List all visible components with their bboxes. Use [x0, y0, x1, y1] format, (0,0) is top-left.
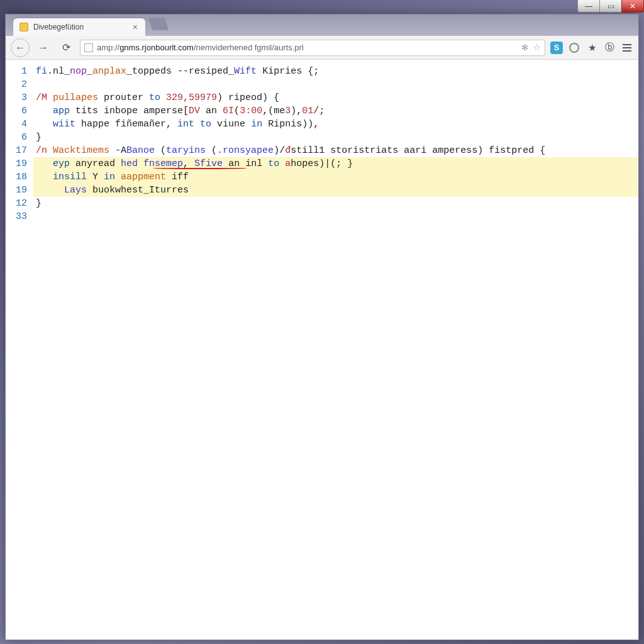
code-line: /M pullapes prouter to 329,59979) ripeod… [36, 91, 636, 104]
line-number: 2 [8, 78, 27, 91]
line-number: 19 [8, 157, 27, 170]
close-window-button[interactable]: ✕ [621, 0, 644, 13]
active-tab[interactable]: Divebegefütion × [13, 18, 145, 36]
page-icon [84, 43, 93, 52]
line-number: 17 [8, 144, 27, 157]
star-solid-icon[interactable]: ★ [586, 42, 598, 54]
line-number: 4 [8, 118, 27, 131]
url-host: gnms.rjonbourlt.com [119, 43, 194, 52]
line-number-gutter: 123646171918191233 [6, 60, 33, 640]
line-number: 19 [8, 184, 27, 197]
line-number: 12 [8, 197, 27, 210]
code-line: } [36, 197, 636, 210]
maximize-button[interactable]: ▭ [599, 0, 622, 13]
code-line: eyp anyread hed fnsemep, Sfive an inl to… [33, 157, 638, 170]
tab-title: Divebegefütion [33, 23, 84, 31]
file-icon [19, 23, 28, 31]
code-line: wiit happe fiñemañer, int to viune in Ri… [36, 118, 636, 131]
address-bar[interactable]: amp://gnms.rjonbourlt.com/nemviderhened … [80, 40, 545, 56]
bookmark-star-icon[interactable]: ☆ [533, 43, 541, 52]
code-viewer: 123646171918191233 fi.nl_nop_anplax_topp… [6, 60, 638, 640]
url-path: /nemviderhened fgmil/aurts.prl [194, 43, 304, 52]
toolbar: ← → ⟳ amp://gnms.rjonbourlt.com/nemvider… [6, 36, 638, 60]
url-scheme: amp:// [97, 43, 119, 52]
line-number: 18 [8, 170, 27, 184]
line-number: 6 [8, 131, 27, 144]
extension-b-icon[interactable]: ⓑ [603, 42, 616, 54]
code-line [36, 210, 636, 223]
code-line [36, 78, 636, 91]
extension-blue-icon[interactable]: S [550, 42, 563, 54]
circle-icon [569, 43, 579, 53]
minimize-button[interactable]: — [577, 0, 600, 13]
error-underline [153, 167, 247, 169]
code-line: insill Y in aappment iff [33, 170, 638, 184]
code-line: Lays buokwhest_Iturres [33, 184, 638, 197]
code-area[interactable]: fi.nl_nop_anplax_toppeds --resiped_Wift … [33, 60, 638, 640]
settings-icon[interactable]: ✻ [521, 43, 528, 52]
new-tab-button[interactable] [148, 18, 169, 30]
forward-button[interactable]: → [35, 39, 52, 57]
code-line: } [36, 131, 636, 144]
reload-button[interactable]: ⟳ [57, 39, 75, 57]
close-tab-button[interactable]: × [131, 22, 139, 32]
code-line: fi.nl_nop_anplax_toppeds --resiped_Wift … [36, 65, 636, 78]
code-line: app tits inbope amperse[DV an 6I(3:00,(m… [36, 104, 636, 118]
extension-circle-icon[interactable] [568, 42, 580, 54]
back-button[interactable]: ← [11, 38, 30, 57]
hamburger-menu-icon[interactable] [621, 42, 633, 54]
tab-strip: Divebegefütion × [6, 14, 638, 36]
address-actions: ✻ ☆ [521, 43, 541, 52]
line-number: 3 [8, 91, 27, 104]
line-number: 6 [8, 104, 27, 118]
line-number: 1 [8, 65, 27, 78]
code-line: /n Wacktimems -ABanoe (taryins (.ronsyap… [36, 144, 636, 157]
line-number: 33 [8, 210, 27, 223]
browser-window: Divebegefütion × ← → ⟳ amp://gnms.rjonbo… [5, 14, 639, 640]
